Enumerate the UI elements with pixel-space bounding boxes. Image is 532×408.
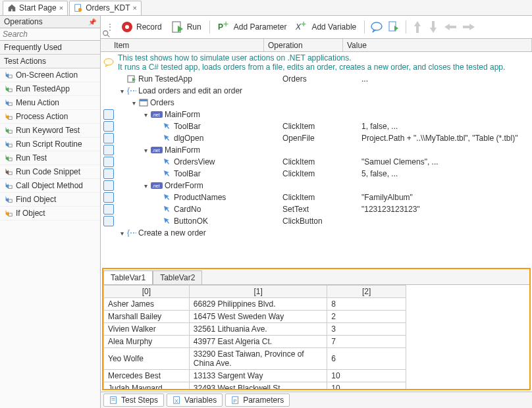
tab-parameters[interactable]: P Parameters [225, 394, 290, 407]
table-row[interactable]: Yeo Wolfe33290 East Taiwan, Province of … [104, 348, 406, 370]
table-row[interactable]: Vivien Walker32561 Lithuania Ave.3 [104, 323, 406, 336]
tree-row[interactable]: ▾.netOrderForm [101, 180, 532, 191]
cell[interactable]: 8 [327, 298, 406, 311]
var-col-1[interactable]: [1] [189, 286, 327, 298]
col-item[interactable]: Item [101, 39, 264, 51]
cell[interactable]: Alea Murphy [104, 336, 190, 348]
expand-toggle[interactable]: ▾ [142, 111, 149, 118]
tab-variables[interactable]: X Variables [167, 394, 223, 407]
tree-row[interactable]: ProductNamesClickItem"FamilyAlbum" [101, 191, 532, 203]
tab-start-page[interactable]: Start Page × [3, 1, 68, 15]
breakpoint-marker[interactable] [103, 157, 114, 167]
tree-row[interactable]: ▾.netMainForm [101, 109, 532, 120]
cell[interactable]: 10 [327, 382, 406, 390]
search-input[interactable] [3, 30, 102, 39]
cell[interactable]: 13133 Sargent Way [189, 370, 327, 382]
category-frequently-used[interactable]: Frequently Used [0, 41, 100, 55]
close-icon[interactable]: × [133, 4, 137, 12]
tree-row[interactable]: ButtonOKClickButton [101, 215, 532, 227]
tab-tablevar1[interactable]: TableVar1 [103, 270, 153, 284]
cell[interactable]: 6 [327, 348, 406, 370]
cell[interactable]: Judah Maynard [104, 382, 190, 390]
breakpoint-marker[interactable] [103, 133, 114, 143]
add-parameter-button[interactable]: P+ Add Parameter [215, 20, 290, 34]
breakpoint-marker[interactable] [103, 180, 114, 191]
col-operation[interactable]: Operation [264, 39, 343, 51]
pin-icon[interactable]: 📌 [88, 18, 96, 26]
action-item[interactable]: On-Screen Action [0, 68, 100, 82]
action-item[interactable]: Call Object Method [0, 179, 100, 193]
cell[interactable]: 7 [327, 336, 406, 348]
action-item[interactable]: If Object [0, 207, 100, 220]
tab-test-steps[interactable]: Test Steps [103, 394, 164, 407]
expand-toggle[interactable]: ▾ [130, 99, 137, 107]
action-item[interactable]: Process Action [0, 110, 100, 124]
table-row[interactable]: Marshall Bailey16475 West Sweden Way2 [104, 311, 406, 323]
tab-orders-kdt[interactable]: Orders_KDT × [69, 1, 142, 15]
cell[interactable]: 2 [327, 311, 406, 323]
arrow-down-icon[interactable] [427, 20, 439, 34]
breakpoint-marker[interactable] [103, 121, 114, 132]
cell[interactable]: Vivien Walker [104, 323, 190, 336]
cell[interactable]: 32493 West Blackwell St. [189, 382, 327, 390]
breakpoint-marker[interactable] [103, 168, 114, 179]
action-item[interactable]: Run TestedApp [0, 82, 100, 96]
arrow-up-icon[interactable] [412, 20, 423, 34]
expand-toggle[interactable]: ▾ [119, 230, 125, 237]
cell[interactable]: Mercedes Best [104, 370, 190, 382]
export-icon[interactable] [387, 20, 400, 34]
action-item[interactable]: Find Object [0, 193, 100, 207]
close-icon[interactable]: × [59, 4, 63, 12]
tree-row[interactable]: ToolBarClickItem1, false, ... [101, 120, 532, 132]
action-item[interactable]: Run Keyword Test [0, 124, 100, 138]
table-row[interactable]: Asher James66829 Philippines Blvd.8 [104, 298, 406, 311]
category-test-actions[interactable]: Test Actions [0, 55, 100, 68]
action-item[interactable]: Menu Action [0, 96, 100, 110]
breakpoint-marker[interactable] [103, 192, 114, 203]
cell[interactable]: 3 [327, 323, 406, 336]
breakpoint-marker[interactable] [103, 216, 114, 226]
tab-tablevar2[interactable]: TableVar2 [153, 270, 202, 284]
tree-row[interactable]: ▾{⋯}Create a new order [101, 227, 532, 239]
col-value[interactable]: Value [343, 39, 532, 51]
run-button[interactable]: Run [169, 20, 204, 34]
breakpoint-marker[interactable] [103, 145, 114, 155]
var-col-2[interactable]: [2] [327, 286, 406, 298]
cell[interactable]: Marshall Bailey [104, 311, 190, 323]
expand-toggle[interactable]: ▾ [142, 147, 149, 154]
action-item[interactable]: Run Code Snippet [0, 165, 100, 179]
expand-toggle[interactable]: ▾ [142, 182, 149, 190]
arrow-right-icon[interactable] [462, 21, 476, 33]
tree-row[interactable]: ▾Orders [101, 97, 532, 109]
tree-row[interactable]: Run TestedAppOrders... [101, 73, 532, 85]
tree-row[interactable]: OrdersViewClickItem"Samuel Clemens", ... [101, 156, 532, 168]
action-item[interactable]: Run Script Routine [0, 138, 100, 151]
tree-row[interactable]: dlgOpenOpenFileProject.Path + "..\\MyTab… [101, 132, 532, 144]
cell[interactable]: Asher James [104, 298, 190, 311]
breakpoint-marker[interactable] [103, 204, 114, 215]
value-cell: "FamilyAlbum" [359, 193, 532, 202]
tree-row[interactable]: ▾{⋯}Load orders and edit an order [101, 85, 532, 97]
comment-icon[interactable] [370, 20, 383, 34]
table-row[interactable]: Judah Maynard32493 West Blackwell St.10 [104, 382, 406, 390]
breakpoint-marker[interactable] [103, 109, 114, 120]
cell[interactable]: Yeo Wolfe [104, 348, 190, 370]
record-button[interactable]: Record [118, 20, 165, 34]
cell[interactable]: 66829 Philippines Blvd. [189, 298, 327, 311]
cell[interactable]: 10 [327, 370, 406, 382]
cell[interactable]: 32561 Lithuania Ave. [189, 323, 327, 336]
expand-toggle[interactable]: ▾ [119, 88, 125, 95]
tree-row[interactable]: ▾.netMainForm [101, 144, 532, 156]
tree-row[interactable]: ToolBarClickItem5, false, ... [101, 168, 532, 180]
add-variable-button[interactable]: X+ Add Variable [293, 20, 359, 34]
cell[interactable]: 43977 East Algeria Ct. [189, 336, 327, 348]
var-col-0[interactable]: [0] [104, 286, 190, 298]
action-label: Process Action [16, 112, 68, 121]
tree-row[interactable]: CardNoSetText"123123123123" [101, 203, 532, 215]
table-row[interactable]: Mercedes Best13133 Sargent Way10 [104, 370, 406, 382]
action-item[interactable]: Run Test [0, 151, 100, 165]
arrow-left-icon[interactable] [443, 21, 458, 33]
cell[interactable]: 33290 East Taiwan, Province of China Ave… [189, 348, 327, 370]
table-row[interactable]: Alea Murphy43977 East Algeria Ct.7 [104, 336, 406, 348]
cell[interactable]: 16475 West Sweden Way [189, 311, 327, 323]
